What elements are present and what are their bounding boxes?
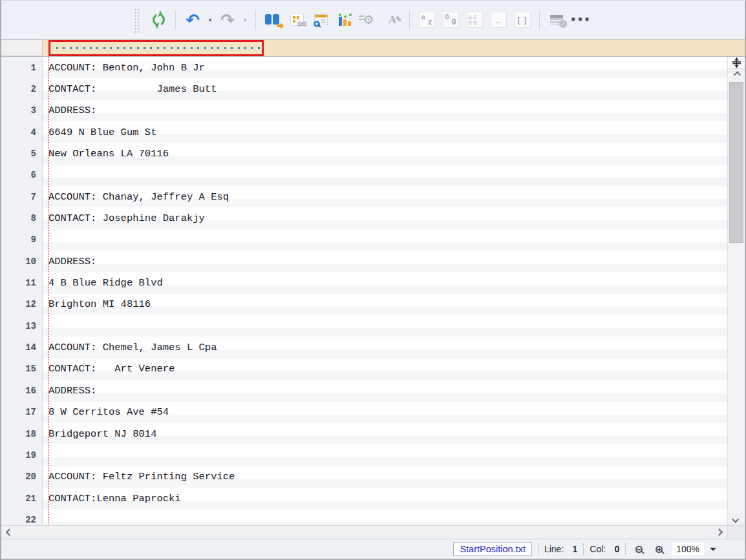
line-number[interactable]: 20: [1, 466, 43, 488]
statistics-button[interactable]: [334, 10, 355, 30]
code-line[interactable]: ADDRESS:: [43, 251, 727, 272]
editor-row[interactable]: 15CONTACT: Art Venere: [1, 358, 727, 380]
line-number[interactable]: 14: [1, 337, 43, 358]
editor-row[interactable]: 5New Orleans LA 70116: [1, 143, 727, 164]
editor-row[interactable]: 10ADDRESS:: [1, 251, 727, 272]
code-line[interactable]: ACCOUNT: Chemel, James L Cpa: [43, 337, 727, 358]
redo-button[interactable]: ↷: [217, 10, 238, 30]
find-button[interactable]: [262, 10, 283, 30]
line-number[interactable]: 6: [1, 165, 43, 186]
line-number[interactable]: 3: [1, 100, 43, 121]
code-line[interactable]: [43, 315, 727, 337]
code-line[interactable]: ACCOUNT: Benton, John B Jr: [43, 57, 727, 78]
toolbar-grip[interactable]: [133, 6, 140, 34]
macro-options-button[interactable]: ⚙⚙: [286, 10, 307, 30]
zoom-level[interactable]: 100%: [672, 543, 704, 555]
refresh-button[interactable]: [148, 10, 169, 30]
ruler[interactable]: [43, 39, 745, 56]
editor-row[interactable]: 14ACCOUNT: Chemel, James L Cpa: [1, 337, 727, 358]
editor-row[interactable]: 18Bridgeport NJ 8014: [1, 423, 727, 444]
code-line[interactable]: [43, 444, 727, 466]
ruler-marker-box[interactable]: [48, 40, 264, 56]
editor-rows[interactable]: 1ACCOUNT: Benton, John B Jr2CONTACT: Jam…: [1, 57, 727, 525]
zoom-out-button[interactable]: [632, 542, 646, 556]
sort-numeric-button[interactable]: 0 9: [440, 10, 461, 30]
line-number[interactable]: 13: [1, 315, 43, 337]
code-line[interactable]: 4 B Blue Ridge Blvd: [43, 272, 727, 293]
editor-area[interactable]: 1ACCOUNT: Benton, John B Jr2CONTACT: Jam…: [1, 57, 745, 525]
line-number[interactable]: 8: [1, 207, 43, 229]
code-line[interactable]: CONTACT: James Butt: [43, 78, 727, 99]
more-button[interactable]: •••: [570, 10, 591, 30]
code-line[interactable]: ADDRESS:: [43, 380, 727, 401]
code-line[interactable]: New Orleans LA 70116: [43, 143, 727, 164]
vertical-scroll-thumb[interactable]: [729, 82, 743, 243]
line-number[interactable]: 21: [1, 488, 43, 509]
undo-button[interactable]: ↶: [182, 10, 203, 30]
editor-row[interactable]: 7ACCOUNT: Chanay, Jeffrey A Esq: [1, 186, 727, 207]
line-number[interactable]: 16: [1, 380, 43, 401]
code-line[interactable]: [43, 229, 727, 251]
undo-dropdown-button[interactable]: ▾: [206, 10, 214, 30]
code-line[interactable]: [43, 509, 727, 525]
editor-row[interactable]: 9: [1, 229, 727, 251]
code-line[interactable]: Brighton MI 48116: [43, 294, 727, 315]
editor-row[interactable]: 12Brighton MI 48116: [1, 294, 727, 315]
zoom-dropdown-icon[interactable]: [710, 548, 716, 554]
brackets-button[interactable]: [ ]: [512, 10, 533, 30]
redo-dropdown-button[interactable]: ▾: [241, 10, 249, 30]
line-number[interactable]: 22: [1, 509, 43, 525]
validate-list-button[interactable]: ✓: [546, 10, 567, 30]
code-line[interactable]: [43, 165, 727, 186]
code-line[interactable]: ACCOUNT: Feltz Printing Service: [43, 466, 727, 488]
sort-az-button[interactable]: a z: [416, 10, 437, 30]
code-line[interactable]: 6649 N Blue Gum St: [43, 121, 727, 143]
batch-process-button[interactable]: ⚙: [358, 10, 379, 30]
code-line[interactable]: ACCOUNT: Chanay, Jeffrey A Esq: [43, 186, 727, 207]
line-number[interactable]: 18: [1, 423, 43, 444]
find-in-document-button[interactable]: [310, 10, 331, 30]
line-number[interactable]: 17: [1, 402, 43, 423]
split-window-handle[interactable]: [728, 57, 745, 69]
vertical-scroll-track[interactable]: [728, 81, 745, 513]
editor-row[interactable]: 1ACCOUNT: Benton, John B Jr: [1, 57, 727, 78]
line-number[interactable]: 5: [1, 143, 43, 164]
sort-alphanumeric-button[interactable]: a-z 0-9: [464, 10, 485, 30]
scroll-right-button[interactable]: [710, 526, 726, 539]
code-line[interactable]: Bridgeport NJ 8014: [43, 423, 727, 444]
editor-row[interactable]: 20ACCOUNT: Feltz Printing Service: [1, 466, 727, 488]
editor-row[interactable]: 21CONTACT:Lenna Paprocki: [1, 488, 727, 509]
editor-row[interactable]: 3ADDRESS:: [1, 100, 727, 121]
code-line[interactable]: ADDRESS:: [43, 100, 727, 121]
scroll-down-button[interactable]: [728, 513, 745, 525]
editor-row[interactable]: 2CONTACT: James Butt: [1, 78, 727, 99]
code-line[interactable]: CONTACT:Lenna Paprocki: [43, 488, 727, 509]
editor-row[interactable]: 16ADDRESS:: [1, 380, 727, 401]
editor-row[interactable]: 13: [1, 315, 727, 337]
line-number[interactable]: 7: [1, 186, 43, 207]
line-number[interactable]: 11: [1, 272, 43, 293]
editor-row[interactable]: 114 B Blue Ridge Blvd: [1, 272, 727, 293]
editor-row[interactable]: 178 W Cerritos Ave #54: [1, 402, 727, 423]
line-number[interactable]: 1: [1, 57, 43, 78]
editor-row[interactable]: 22: [1, 509, 727, 525]
zoom-in-button[interactable]: [652, 542, 666, 556]
line-number[interactable]: 15: [1, 358, 43, 380]
scroll-up-button[interactable]: [728, 69, 745, 81]
line-number[interactable]: 19: [1, 444, 43, 466]
line-number[interactable]: 9: [1, 229, 43, 251]
scroll-left-button[interactable]: [3, 526, 18, 539]
filename-badge[interactable]: StartPosition.txt: [453, 542, 532, 556]
editor-row[interactable]: 6: [1, 165, 727, 186]
line-number[interactable]: 4: [1, 121, 43, 143]
code-line[interactable]: CONTACT: Josephine Darakjy: [43, 207, 727, 229]
line-number[interactable]: 10: [1, 251, 43, 272]
line-number[interactable]: 2: [1, 78, 43, 99]
code-line[interactable]: CONTACT: Art Venere: [43, 358, 727, 380]
code-line[interactable]: 8 W Cerritos Ave #54: [43, 402, 727, 423]
horizontal-scrollbar[interactable]: [1, 525, 745, 539]
line-number[interactable]: 12: [1, 294, 43, 315]
underscore-button[interactable]: _: [488, 10, 509, 30]
editor-row[interactable]: 46649 N Blue Gum St: [1, 121, 727, 143]
editor-row[interactable]: 19: [1, 444, 727, 466]
